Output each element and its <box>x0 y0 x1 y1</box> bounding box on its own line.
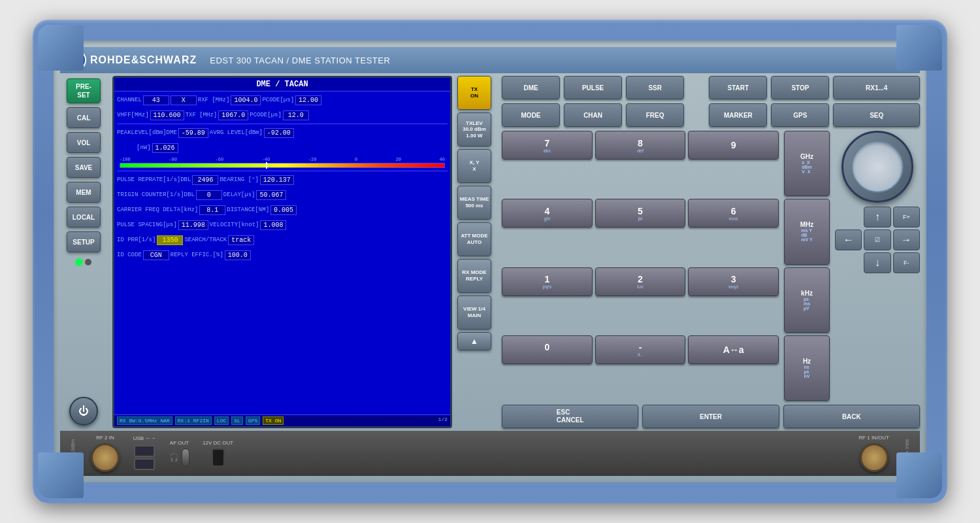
dc-label: 12V DC OUT <box>203 440 233 446</box>
screen-row-spacing: PULSE SPACING[µs] 11.998 VELOCITY[knot] … <box>117 218 448 232</box>
rotary-encoder[interactable] <box>841 131 913 203</box>
dc-group: 12V DC OUT <box>203 440 233 467</box>
led-green <box>76 259 82 265</box>
softkey-scroll-up[interactable]: ▲ <box>457 332 491 350</box>
rf1-group: RF 1 IN/OUT <box>858 435 889 472</box>
softkey-meastime[interactable]: MEAS TIME500 ms <box>457 186 491 220</box>
velocity-value: 1.008 <box>260 220 286 230</box>
vol-button[interactable]: VOL <box>67 132 101 153</box>
num-btn-5[interactable]: 5jkl <box>595 199 686 228</box>
num-btn-4[interactable]: 4ghi <box>502 199 593 228</box>
num-btn-7[interactable]: 7abc <box>502 131 593 160</box>
num-btn-1[interactable]: 1pqrs <box>502 267 593 296</box>
nav-field-minus[interactable]: F- <box>893 252 920 273</box>
model-name: EDST 300 TACAN / DME STATION TESTER <box>210 56 390 65</box>
trigin-label: TRIGIN COUNTER[1/s]DBL <box>117 192 195 198</box>
avrg-label: AVRG LEVEL[dBm] <box>210 129 263 136</box>
softkey-view-label: VIEW 1/4MAIN <box>463 306 485 318</box>
power-button[interactable]: ⏻ <box>69 397 98 426</box>
idprr-label: ID PRR[1/s] <box>117 237 155 243</box>
gps-button[interactable]: GPS <box>771 103 829 127</box>
dme-button[interactable]: DME <box>502 76 560 99</box>
screen-panel: DME / TACAN CHANNEL 43 X RXF [MHz] 1004.… <box>112 76 452 428</box>
corner-bl <box>38 452 84 498</box>
nav-right-button[interactable]: → <box>893 229 920 250</box>
left-panel: PRE- SET CAL VOL SAVE MEM LOCAL SETUP ⏻ <box>60 76 107 428</box>
cal-button[interactable]: CAL <box>67 107 101 128</box>
bearing-label: BEARING [°] <box>220 177 258 183</box>
channel-value: 43 <box>143 95 169 105</box>
distance-label: DISTANCE[NM] <box>227 207 269 213</box>
num-btn-2[interactable]: 2tuv <box>595 267 686 296</box>
local-button[interactable]: LOCAL <box>67 207 101 228</box>
rx14-button[interactable]: RX1...4 <box>833 76 920 99</box>
channel-x: X <box>171 95 197 105</box>
velocity-label: VELOCITY[knot] <box>210 222 259 228</box>
save-button[interactable]: SAVE <box>67 157 101 178</box>
softkey-rxmode[interactable]: RX MODEREPLY <box>457 259 491 293</box>
keypad-area: 7abc8def94ghi5jkl6mno1pqrs2tuv3wxyz0.-#.… <box>502 131 920 401</box>
unit-btn-GHz[interactable]: GHzs X dBm V X <box>784 131 830 196</box>
func-row-1: DME PULSE SSR START STOP RX1...4 <box>502 76 920 99</box>
start-button[interactable]: START <box>709 76 767 99</box>
num-btn-8[interactable]: 8def <box>595 131 686 160</box>
nav-empty-tl <box>835 207 862 228</box>
freq-button[interactable]: FREQ <box>626 103 684 127</box>
softkey-xy[interactable]: X, YX <box>457 149 491 183</box>
channel-label: CHANNEL <box>117 97 142 103</box>
nw-value: 1.026 <box>152 143 178 153</box>
bar-scale: -100-80-60-40-2002040 <box>120 157 445 162</box>
idcode-value: CGN <box>143 250 169 260</box>
num-btn-9[interactable]: 9 <box>688 131 779 160</box>
nav-up-button[interactable]: ↑ <box>864 207 890 228</box>
num-btn-[interactable]: -#.. <box>595 335 686 364</box>
vhff-label: VHFF[MHz] <box>117 112 149 118</box>
back-button[interactable]: BACK <box>783 405 920 428</box>
reply-label: REPLY EFFIC.[%] <box>171 252 223 258</box>
preset-button[interactable]: PRE- SET <box>67 78 101 103</box>
ssr-button[interactable]: SSR <box>626 76 684 99</box>
delay-value: 50.067 <box>256 190 286 200</box>
nav-check[interactable]: ☑ <box>864 229 890 250</box>
enter-button[interactable]: ENTER <box>642 405 779 428</box>
seq-button[interactable]: SEQ <box>833 103 920 127</box>
screen-row-carrier: CARRIER FREQ DELTA[kHz] 8.1 DISTANCE[NM]… <box>117 203 448 217</box>
softkey-rxmode-label: RX MODEREPLY <box>462 269 486 282</box>
setup-button[interactable]: SETUP <box>67 231 101 252</box>
unit-btn-MHz[interactable]: MHzms Y dB mV Y <box>784 199 830 264</box>
right-softkeys: TXON TXLEV30.0 dBm1.00 W X, YX MEAS TIME… <box>457 76 497 428</box>
stop-button[interactable]: STOP <box>771 76 829 99</box>
softkey-txlev[interactable]: TXLEV30.0 dBm1.00 W <box>457 112 491 146</box>
nav-left-button[interactable]: ← <box>835 229 862 250</box>
nav-field-plus[interactable]: F+ <box>893 207 920 228</box>
esc-cancel-button[interactable]: ESC CANCEL <box>502 405 638 428</box>
usb-port-2[interactable] <box>134 458 155 470</box>
softkey-meastime-label: MEAS TIME500 ms <box>460 196 489 209</box>
unit-buttons: GHzs X dBm V XMHzms Y dB mV YkHzµs ms µV… <box>784 131 830 401</box>
mode-button[interactable]: MODE <box>502 103 560 127</box>
num-btn-3[interactable]: 3wxyz <box>688 267 779 296</box>
softkey-txon[interactable]: TXON <box>457 76 491 110</box>
unit-btn-Hz[interactable]: Hzns µs nV <box>784 335 830 401</box>
txf-value: 1067.0 <box>218 110 248 120</box>
usb-port-1[interactable] <box>134 445 155 457</box>
screen-title: DME / TACAN <box>114 78 450 92</box>
rotary-knob[interactable] <box>851 141 904 193</box>
rotary-section: ↑ F+ ← ☑ → ↓ F- <box>835 131 920 401</box>
softkey-attmode[interactable]: ATT MODEAUTO <box>457 222 491 256</box>
mem-button[interactable]: MEM <box>67 182 101 203</box>
softkey-view[interactable]: VIEW 1/4MAIN <box>457 295 491 329</box>
chan-button[interactable]: CHAN <box>564 103 622 127</box>
marker-button[interactable]: MARKER <box>709 103 767 127</box>
nav-down-button[interactable]: ↓ <box>864 252 890 273</box>
num-btn-6[interactable]: 6mno <box>688 199 779 228</box>
level-bar-container: -100-80-60-40-2002040 <box>117 157 448 168</box>
num-btn-Aa[interactable]: A↔a <box>688 335 779 364</box>
unit-btn-kHz[interactable]: kHzµs ms µV <box>784 267 830 333</box>
pcode2-label: PCODE[µs] <box>250 112 282 118</box>
num-btn-0[interactable]: 0. <box>502 335 593 364</box>
status-gps: GPS <box>246 416 260 425</box>
divider-1 <box>117 124 448 124</box>
pulse-button[interactable]: PULSE <box>564 76 622 99</box>
st-label: SEARCH/TRACK <box>184 237 227 243</box>
